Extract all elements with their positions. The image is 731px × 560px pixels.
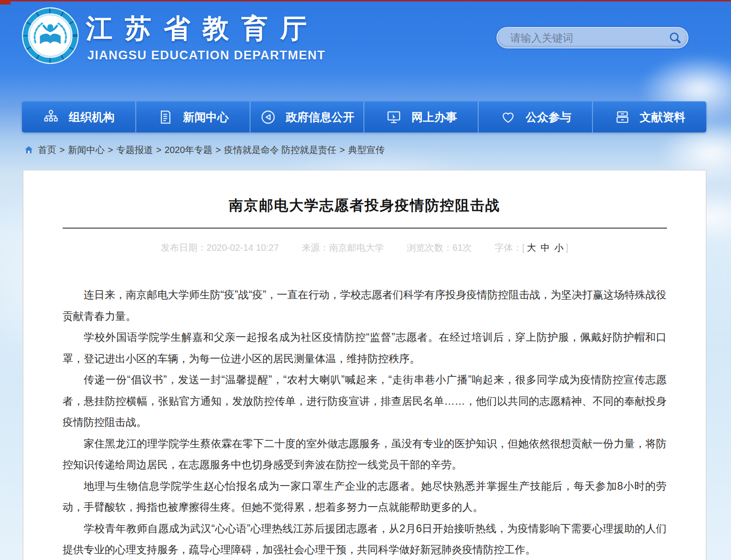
article-source: 来源： 南京邮电大学 xyxy=(302,242,384,254)
article-meta: 发布日期： 2020-02-14 10:27 来源： 南京邮电大学 浏览次数： … xyxy=(23,242,706,254)
font-bracket: [ xyxy=(522,243,525,253)
site-subtitle: JIANGSU EDUCATION DEPARTMENT xyxy=(87,48,325,63)
breadcrumb-news-center[interactable]: 新闻中心 xyxy=(68,144,105,156)
news-doc-icon xyxy=(157,109,174,126)
nav-item-organization[interactable]: 组织机构 xyxy=(22,101,135,132)
nav-item-gov-info-disclosure[interactable]: 政府信息公开 xyxy=(250,101,364,132)
top-red-corner xyxy=(0,0,11,5)
nav-item-public-participation[interactable]: 公众参与 xyxy=(478,101,592,132)
nav-label: 公众参与 xyxy=(526,110,571,125)
nav-item-news-center[interactable]: 新闻中心 xyxy=(135,101,250,132)
view-count: 浏览次数： 61次 xyxy=(407,242,472,254)
article-paragraph: 地理与生物信息学院学生赵心怡报名成为一家口罩生产企业的志愿者。她尽快熟悉并掌握生… xyxy=(63,475,667,518)
breadcrumb-separator: > xyxy=(59,145,65,155)
breadcrumb-special-reports[interactable]: 专题报道 xyxy=(116,144,153,156)
nav-label: 政府信息公开 xyxy=(286,110,354,125)
nav-label: 组织机构 xyxy=(69,110,114,125)
nav-label: 新闻中心 xyxy=(183,110,229,125)
home-icon xyxy=(24,145,34,155)
font-size-label: 字体： xyxy=(495,242,522,254)
site-logo xyxy=(21,6,80,65)
breadcrumb-2020-topics[interactable]: 2020年专题 xyxy=(165,144,213,156)
breadcrumb: 首页 > 新闻中心 > 专题报道 > 2020年专题 > 疫情就是命令 防控就是… xyxy=(24,143,385,157)
nav-item-documents[interactable]: 文献资料 xyxy=(592,101,706,132)
nav-item-online-services[interactable]: 网上办事 xyxy=(363,101,478,132)
top-red-line xyxy=(0,0,731,1)
main-navigation: 组织机构 新闻中心 政府信息公开 网上办事 xyxy=(22,101,706,132)
font-size-large-button[interactable]: 大 xyxy=(527,242,536,254)
nav-label: 网上办事 xyxy=(411,110,457,125)
publish-date: 发布日期： 2020-02-14 10:27 xyxy=(161,242,279,254)
title-divider xyxy=(63,227,667,229)
archive-drawer-icon xyxy=(614,109,631,126)
search-input[interactable] xyxy=(509,29,662,48)
nav-label: 文献资料 xyxy=(640,110,686,125)
org-chart-icon xyxy=(43,109,59,126)
font-size-medium-button[interactable]: 中 xyxy=(541,242,550,254)
article-paragraph: 连日来，南京邮电大学师生防“疫”战“疫”，一直在行动，学校志愿者们科学有序投身疫… xyxy=(63,284,667,327)
article-paragraph: 传递一份“倡议书”，发送一封“温馨提醒”，“农村大喇叭”喊起来，“走街串巷小广播… xyxy=(63,369,667,433)
article-panel: 南京邮电大学志愿者投身疫情防控阻击战 发布日期： 2020-02-14 10:2… xyxy=(23,170,706,560)
search-button[interactable] xyxy=(668,31,682,45)
article-title: 南京邮电大学志愿者投身疫情防控阻击战 xyxy=(60,196,669,215)
font-size-small-button[interactable]: 小 xyxy=(555,242,564,254)
article-paragraph: 家住黑龙江的理学院学生蔡依霖在零下二十度的室外做志愿服务，虽没有专业的医护知识，… xyxy=(63,433,667,475)
breadcrumb-home[interactable]: 首页 xyxy=(38,144,56,156)
breadcrumb-current-page: 典型宣传 xyxy=(348,144,385,156)
article-body: 连日来，南京邮电大学师生防“疫”战“疫”，一直在行动，学校志愿者们科学有序投身疫… xyxy=(63,284,667,560)
breadcrumb-separator: > xyxy=(216,145,221,155)
article-paragraph: 学校外国语学院学生解嘉和父亲一起报名成为社区疫情防控“监督”志愿者。在经过培训后… xyxy=(63,327,667,369)
search-box xyxy=(496,27,688,48)
breadcrumb-separator: > xyxy=(156,145,161,155)
site-title: 江苏省教育厅 xyxy=(86,11,319,47)
breadcrumb-separator: > xyxy=(340,145,345,155)
breadcrumb-separator: > xyxy=(108,145,113,155)
info-disclosure-icon xyxy=(260,109,277,126)
search-icon xyxy=(668,39,682,46)
font-size-control: 字体： [ 大 中 小 ] xyxy=(495,242,568,254)
monitor-cursor-icon xyxy=(385,109,402,126)
font-bracket: ] xyxy=(566,243,569,253)
heart-icon xyxy=(500,109,517,126)
breadcrumb-epidemic-topic[interactable]: 疫情就是命令 防控就是责任 xyxy=(224,144,336,156)
article-paragraph: 学校青年教师自愿成为武汉“心心语”心理热线江苏后援团志愿者，从2月6日开始接听热… xyxy=(63,518,667,560)
